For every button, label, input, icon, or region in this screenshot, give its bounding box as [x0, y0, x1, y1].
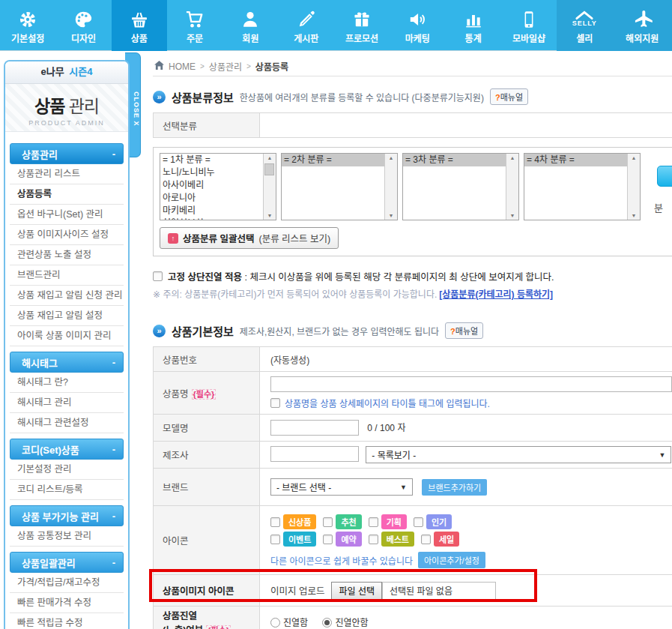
icon-config-button[interactable]: 아이콘추가/설정 — [418, 552, 485, 568]
nav-item-stats[interactable]: 통계 — [446, 0, 501, 51]
nav-item-settings[interactable]: 기본설정 — [0, 0, 55, 51]
nav-item-marketing[interactable]: 마케팅 — [390, 0, 445, 51]
list-option[interactable]: = 4차 분류 = — [524, 154, 627, 166]
scroll-thumb[interactable] — [264, 163, 274, 175]
nav-item-promotion[interactable]: 프로모션 — [334, 0, 390, 51]
sidebar-section-hashtag[interactable]: 해시태그 - — [10, 352, 124, 373]
model-input[interactable] — [270, 420, 359, 436]
brand-select[interactable]: - 브랜드 선택 - ▼ — [270, 478, 413, 496]
icon-checkbox[interactable] — [369, 517, 378, 527]
list-option[interactable]: 노니/노니비누 — [160, 166, 263, 179]
category-listbox-1[interactable]: = 1차 분류 = 노니/노니비누 아사이베리 아로니아 마키베리 천연허브차 … — [160, 153, 276, 220]
icon-checkbox[interactable] — [323, 535, 333, 544]
manual-button[interactable]: ?매뉴얼 — [490, 88, 528, 105]
scroll-up-icon[interactable]: ▲ — [264, 155, 276, 160]
register-category-link[interactable]: [상품분류(카테고리) 등록하기] — [439, 289, 553, 300]
product-name-label: 상품명{필수} — [154, 372, 260, 415]
collapse-icon[interactable]: - — [112, 444, 115, 455]
breadcrumb: HOME > 상품관리 > 상품등록 — [153, 57, 672, 76]
sidebar-item[interactable]: 기본설정 관리 — [10, 460, 124, 480]
breadcrumb-home[interactable]: HOME — [169, 61, 196, 72]
scroll-up-icon[interactable]: ▲ — [506, 155, 518, 160]
radio-display-on[interactable] — [270, 618, 280, 628]
scroll-down-icon[interactable]: ▼ — [385, 213, 397, 218]
scrollbar[interactable]: ▲ ▼ — [627, 154, 640, 220]
list-option[interactable]: = 1차 분류 = — [160, 154, 263, 166]
bulk-select-button[interactable]: ↑ 상품분류 일괄선택 (분류 리스트 보기) — [160, 227, 339, 249]
collapse-icon[interactable]: - — [112, 148, 115, 160]
list-option[interactable]: 마키베리 — [160, 205, 263, 217]
nav-item-product[interactable]: 상품 — [112, 0, 167, 51]
sidebar-item[interactable]: 아이룩 상품 이미지 관리 — [10, 326, 124, 346]
sidebar-item[interactable]: 관련상품 노출 설정 — [10, 245, 124, 265]
sidebar-item[interactable]: 상품 공통정보 관리 — [10, 526, 124, 547]
sidebar-section-addon[interactable]: 상품 부가기능 관리 - — [10, 505, 124, 526]
radio-display-off[interactable] — [322, 618, 332, 628]
collapse-icon[interactable]: - — [112, 557, 115, 568]
scroll-down-icon[interactable]: ▼ — [506, 213, 518, 218]
sidebar-item[interactable]: 상품관리 리스트 — [10, 164, 124, 184]
sidebar-item-active[interactable]: 상품등록 — [10, 184, 124, 205]
nav-item-overseas[interactable]: 해외지원 — [612, 0, 672, 51]
scrollbar[interactable]: ▲ ▼ — [506, 154, 518, 220]
category-listbox-3[interactable]: = 3차 분류 = ▲ ▼ — [402, 153, 519, 220]
icon-checkbox[interactable] — [369, 535, 378, 544]
icon-checkbox[interactable] — [421, 535, 431, 544]
nav-item-selly[interactable]: SELLY 셀리 — [557, 0, 612, 51]
icon-checkbox[interactable] — [270, 517, 280, 527]
manual-q: ? — [450, 327, 455, 336]
sidebar-item[interactable]: 빠른 적립금 수정 — [10, 613, 124, 629]
sidebar-section-bulk[interactable]: 상품일괄관리 - — [10, 552, 124, 573]
sidebar-item[interactable]: 상품 이미지사이즈 설정 — [10, 225, 124, 245]
sidebar-item[interactable]: 옵션 바구니(Set) 관리 — [10, 205, 124, 225]
sidebar-item[interactable]: 해시태그 란? — [10, 373, 124, 393]
title-tag-checkbox[interactable] — [270, 398, 280, 408]
sidebar-item[interactable]: 해시태그 관련설정 — [10, 413, 124, 433]
row-icons: 아이콘 신상품 추천 기획 인기 이벤트 예약 베스트 — [154, 506, 672, 575]
scroll-down-icon[interactable]: ▼ — [264, 213, 276, 218]
list-option[interactable]: 천연허브차 — [160, 217, 263, 220]
section-title: 상품 부가기능 관리 — [22, 509, 99, 523]
sidebar-item[interactable]: 상품 재입고 알림 설정 — [10, 306, 124, 326]
sidebar-section-product-mgmt[interactable]: 상품관리 - — [10, 143, 124, 164]
sidebar-item[interactable]: 빠른 판매가격 수정 — [10, 593, 124, 613]
manufacturer-select[interactable]: - 목록보기 - ▼ — [366, 446, 671, 463]
nav-label: 모바일샵 — [512, 31, 545, 44]
nav-item-design[interactable]: 디자인 — [55, 0, 111, 51]
icon-checkbox[interactable] — [270, 535, 280, 544]
scroll-up-icon[interactable]: ▲ — [628, 155, 640, 160]
nav-item-mobileshop[interactable]: 모바일샵 — [501, 0, 557, 51]
sidebar-item[interactable]: 코디 리스트/등록 — [10, 480, 124, 500]
manual-button[interactable]: ?매뉴얼 — [445, 322, 483, 339]
fixed-top-checkbox[interactable] — [153, 271, 163, 281]
scroll-up-icon[interactable]: ▲ — [385, 155, 397, 160]
list-option[interactable]: 아사이베리 — [160, 179, 263, 192]
category-side-button[interactable] — [657, 166, 672, 187]
file-select-button[interactable]: 파일 선택 — [331, 582, 382, 600]
fixed-top-label: 고정 상단진열 적용 — [168, 272, 242, 283]
add-brand-button[interactable]: 브랜드추가하기 — [422, 479, 487, 496]
nav-item-board[interactable]: 게시판 — [279, 0, 334, 51]
scroll-down-icon[interactable]: ▼ — [628, 213, 640, 218]
scrollbar[interactable]: ▲ ▼ — [384, 154, 397, 220]
sidebar-item[interactable]: 브랜드관리 — [10, 265, 124, 286]
icon-checkbox[interactable] — [414, 517, 423, 527]
collapse-icon[interactable]: - — [112, 357, 115, 368]
list-option[interactable]: = 3차 분류 = — [403, 154, 506, 166]
category-listbox-4[interactable]: = 4차 분류 = ▲ ▼ — [524, 153, 641, 220]
sidebar-item[interactable]: 해시태그 관리 — [10, 393, 124, 413]
manufacturer-input[interactable] — [270, 446, 359, 462]
scrollbar[interactable]: ▲ ▼ — [263, 154, 276, 220]
breadcrumb-level1[interactable]: 상품관리 — [209, 60, 242, 73]
icon-checkbox[interactable] — [323, 517, 333, 527]
sidebar-item[interactable]: 가격/적립금/재고수정 — [10, 573, 124, 593]
category-listbox-2[interactable]: = 2차 분류 = ▲ ▼ — [281, 153, 398, 220]
nav-item-member[interactable]: 회원 — [223, 0, 278, 51]
sidebar-section-codi[interactable]: 코디(Set)상품 - — [10, 439, 124, 460]
list-option[interactable]: 아로니아 — [160, 192, 263, 205]
list-option[interactable]: = 2차 분류 = — [282, 154, 384, 166]
product-name-input[interactable] — [270, 376, 672, 392]
nav-item-order[interactable]: 주문 — [167, 0, 223, 51]
collapse-icon[interactable]: - — [112, 511, 115, 522]
sidebar-item[interactable]: 상품 재입고 알림 신청 관리 — [10, 286, 124, 306]
